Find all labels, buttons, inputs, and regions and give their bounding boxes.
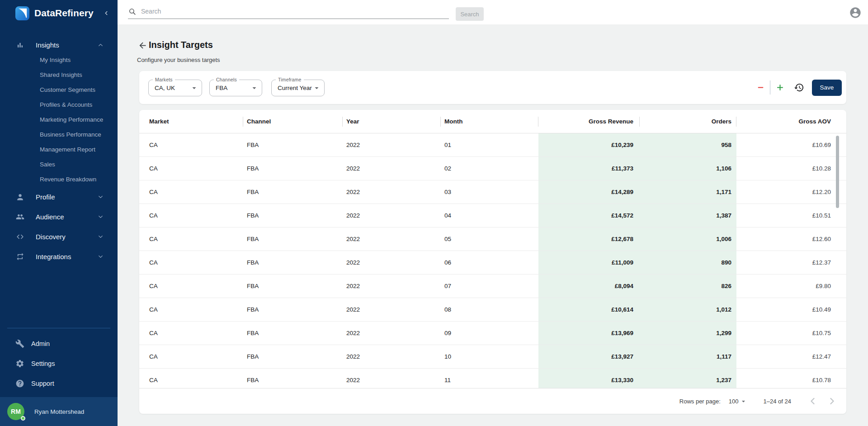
cell-gross-revenue[interactable]: £13,330 (538, 369, 640, 388)
sidebar-item-my-insights[interactable]: My Insights (0, 52, 118, 67)
cell-gross-revenue[interactable]: £14,289 (538, 180, 640, 204)
user-card[interactable]: RM Ryan Mottershead (0, 397, 118, 426)
cell-channel: FBA (243, 157, 343, 180)
sidebar-item-revenue-breakdown[interactable]: Revenue Breakdown (0, 172, 118, 187)
cell-gross-aov: £12.60 (736, 227, 846, 251)
timeframe-select[interactable]: Timeframe Current Year (271, 80, 325, 96)
add-row-button[interactable] (773, 80, 787, 95)
people-icon (16, 213, 24, 221)
pagination-prev-button[interactable] (807, 396, 818, 407)
cell-gross-revenue[interactable]: £11,009 (538, 251, 640, 274)
sidebar-item-profiles-accounts[interactable]: Profiles & Accounts (0, 97, 118, 112)
rows-per-page-value: 100 (729, 398, 739, 405)
sidebar-section-label: Integrations (36, 253, 71, 260)
sidebar-item-support[interactable]: Support (0, 374, 118, 393)
minus-icon (757, 84, 764, 91)
sidebar-collapse-button[interactable] (103, 10, 109, 16)
account-icon (849, 6, 862, 19)
sidebar-item-management-report[interactable]: Management Report (0, 142, 118, 157)
search-input[interactable] (128, 4, 449, 19)
column-header-gross-revenue[interactable]: Gross Revenue (538, 110, 640, 133)
cell-orders[interactable]: 826 (640, 275, 736, 298)
cell-gross-revenue[interactable]: £12,678 (538, 227, 640, 251)
cell-year: 2022 (343, 369, 441, 388)
column-header-month[interactable]: Month (441, 110, 538, 133)
cell-gross-aov: £10.78 (736, 369, 846, 388)
targets-table: Market Channel Year Month Gross Revenue … (139, 110, 846, 414)
cell-channel: FBA (243, 204, 343, 227)
markets-select[interactable]: Markets CA, UK (148, 80, 202, 96)
cell-market: CA (139, 204, 243, 227)
sidebar-section-discovery[interactable]: Discovery (0, 227, 118, 246)
cell-orders[interactable]: 1,012 (640, 298, 736, 321)
cell-year: 2022 (343, 204, 441, 227)
cell-gross-revenue[interactable]: £10,614 (538, 298, 640, 321)
cell-year: 2022 (343, 180, 441, 204)
remove-row-button[interactable] (753, 80, 768, 95)
cell-gross-revenue[interactable]: £13,927 (538, 345, 640, 368)
cell-orders[interactable]: 1,299 (640, 322, 736, 345)
sidebar-item-label: Admin (31, 340, 50, 347)
pagination-next-button[interactable] (826, 396, 837, 407)
cell-orders[interactable]: 958 (640, 133, 736, 156)
cell-gross-revenue[interactable]: £13,969 (538, 322, 640, 345)
cell-gross-revenue[interactable]: £11,373 (538, 157, 640, 180)
cell-gross-revenue[interactable]: £10,239 (538, 133, 640, 156)
column-header-orders[interactable]: Orders (640, 110, 736, 133)
cell-year: 2022 (343, 251, 441, 274)
sidebar-section-profile[interactable]: Profile (0, 187, 118, 207)
actions-divider (770, 80, 770, 95)
cell-month: 02 (441, 157, 538, 180)
bar-chart-icon (16, 41, 24, 49)
cell-gross-revenue[interactable]: £14,572 (538, 204, 640, 227)
cell-year: 2022 (343, 298, 441, 321)
save-button[interactable]: Save (812, 80, 842, 96)
sidebar-item-settings[interactable]: Settings (0, 354, 118, 374)
table-body: CAFBA202201£10,239958£10.69CAFBA202202£1… (139, 133, 846, 388)
column-header-market[interactable]: Market (139, 110, 243, 133)
cell-orders[interactable]: 1,387 (640, 204, 736, 227)
cell-year: 2022 (343, 133, 441, 156)
cell-year: 2022 (343, 345, 441, 368)
sidebar-item-sales[interactable]: Sales (0, 157, 118, 172)
page-title: Insight Targets (149, 40, 213, 50)
back-button[interactable] (138, 41, 147, 50)
account-button[interactable] (849, 6, 862, 19)
cell-channel: FBA (243, 180, 343, 204)
sidebar-item-admin[interactable]: Admin (0, 334, 118, 354)
cell-market: CA (139, 298, 243, 321)
cell-orders[interactable]: 1,117 (640, 345, 736, 368)
cell-gross-aov: £10.28 (736, 157, 846, 180)
sidebar-item-customer-segments[interactable]: Customer Segments (0, 82, 118, 97)
cell-orders[interactable]: 1,106 (640, 157, 736, 180)
cell-orders[interactable]: 1,171 (640, 180, 736, 204)
code-icon (16, 232, 24, 241)
cell-orders[interactable]: 890 (640, 251, 736, 274)
sidebar-item-label: Settings (31, 360, 55, 367)
search-button[interactable]: Search (456, 7, 484, 21)
channels-select[interactable]: Channels FBA (209, 80, 262, 96)
column-header-channel[interactable]: Channel (243, 110, 343, 133)
sidebar-section-label: Discovery (36, 233, 66, 241)
cell-orders[interactable]: 1,237 (640, 369, 736, 388)
chevron-down-icon (97, 194, 104, 200)
rows-per-page-select[interactable]: 100 (729, 398, 747, 405)
person-icon (16, 193, 24, 201)
sidebar-item-marketing-performance[interactable]: Marketing Performance (0, 112, 118, 127)
table-scrollbar-thumb[interactable] (836, 136, 839, 208)
cell-gross-aov: £12.20 (736, 180, 846, 204)
row-actions: Save (753, 79, 842, 96)
sidebar-section-integrations[interactable]: Integrations (0, 246, 118, 266)
sidebar-section-audience[interactable]: Audience (0, 207, 118, 227)
table-row: CAFBA202211£13,3301,237£10.78 (139, 369, 846, 388)
cell-gross-aov: £9.80 (736, 275, 846, 298)
sidebar-section-insights[interactable]: Insights (0, 37, 118, 52)
history-button[interactable] (792, 80, 806, 95)
sidebar-item-shared-insights[interactable]: Shared Insights (0, 67, 118, 82)
cell-gross-revenue[interactable]: £8,094 (538, 275, 640, 298)
column-header-gross-aov[interactable]: Gross AOV (736, 110, 846, 133)
column-header-year[interactable]: Year (343, 110, 441, 133)
arrow-drop-down-icon (190, 84, 198, 92)
cell-orders[interactable]: 1,006 (640, 227, 736, 251)
sidebar-item-business-performance[interactable]: Business Performance (0, 127, 118, 142)
